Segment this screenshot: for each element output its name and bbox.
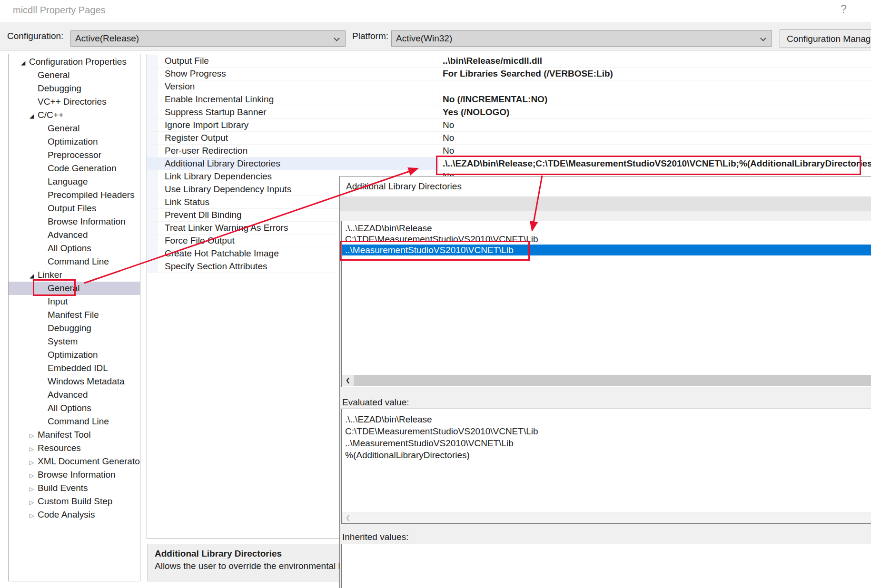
tree-item[interactable]: General	[9, 122, 140, 135]
property-value[interactable]: .\..\EZAD\bin\Release;C:\TDE\Measurement…	[439, 157, 871, 170]
tree-item[interactable]: Debugging	[9, 322, 140, 335]
tree-item[interactable]: Advanced	[9, 228, 140, 242]
evaluated-value-label: Evaluated value:	[342, 396, 409, 409]
property-row[interactable]: Per-user Redirection No	[147, 145, 871, 157]
property-row[interactable]: Ignore Import Library No	[147, 119, 871, 132]
tree-item[interactable]: All Options	[9, 402, 140, 415]
directory-list-item[interactable]: .\..\EZAD\bin\Release	[342, 223, 871, 234]
tree-item-label: System	[48, 336, 78, 346]
tree-item[interactable]: ◢Configuration Properties	[9, 55, 140, 69]
inherited-values-box[interactable]	[341, 544, 871, 588]
property-row[interactable]: Output File ..\bin\Release/micdll.dll	[147, 55, 871, 68]
property-value[interactable]: No	[439, 145, 871, 157]
tree-item[interactable]: Input	[9, 295, 140, 308]
property-value[interactable]	[439, 80, 871, 93]
property-row[interactable]: Version	[147, 80, 871, 93]
tree-item[interactable]: Manifest File	[9, 308, 140, 322]
directory-list: .\..\EZAD\bin\ReleaseC:\TDE\MeasurementS…	[341, 221, 871, 387]
tree-item[interactable]: Language	[9, 175, 140, 188]
tree-item-label: Code Generation	[48, 163, 117, 173]
property-name: Per-user Redirection	[158, 145, 439, 157]
tree-expander-icon[interactable]: ◢	[21, 56, 29, 69]
tree-item-label: Preprocessor	[48, 150, 101, 160]
tree-item[interactable]: Embedded IDL	[9, 362, 140, 375]
property-row[interactable]: Additional Library Directories .\..\EZAD…	[147, 157, 871, 170]
tree-item[interactable]: ▷Build Events	[9, 481, 140, 495]
tree-item[interactable]: ▷Manifest Tool	[9, 428, 140, 441]
directory-list-item[interactable]: C:\TDE\MeasurementStudioVS2010\VCNET\Lib	[342, 234, 871, 245]
tree-item[interactable]: VC++ Directories	[9, 95, 140, 108]
tree-item[interactable]: ▷XML Document Generator	[9, 455, 140, 468]
tree-item[interactable]: General	[9, 69, 140, 82]
configuration-value: Active(Release)	[75, 33, 139, 43]
tree-item[interactable]: System	[9, 335, 140, 348]
tree-item-label: Manifest File	[48, 310, 99, 320]
evaluated-value-line: .\..\EZAD\bin\Release	[345, 413, 871, 425]
tree-item-label: All Options	[48, 403, 91, 413]
evaluated-horizontal-scrollbar[interactable]: ❮	[342, 512, 871, 523]
tree-item-label: Browse Information	[48, 216, 126, 226]
row-gutter	[147, 68, 158, 80]
scroll-left-icon[interactable]: ❮	[342, 375, 354, 386]
tree-item[interactable]: Advanced	[9, 388, 140, 402]
tree-item[interactable]: All Options	[9, 242, 140, 255]
tree-expander-icon[interactable]: ◢	[30, 109, 38, 123]
row-gutter	[147, 196, 158, 208]
property-value[interactable]: No	[439, 119, 871, 131]
tree-item[interactable]: Optimization	[9, 135, 140, 148]
tree-item-label: General	[48, 283, 80, 293]
tree-item-label: Linker	[38, 270, 62, 280]
property-row[interactable]: Register Output No	[147, 132, 871, 145]
property-row[interactable]: Show Progress For Libraries Searched (/V…	[147, 68, 871, 80]
property-name: Register Output	[158, 132, 439, 144]
tree-expander-icon[interactable]: ◢	[30, 269, 38, 283]
tree-item[interactable]: ▷Resources	[9, 441, 140, 455]
tree-item[interactable]: ▷Custom Build Step	[9, 495, 140, 508]
directory-list-item[interactable]: ..\MeasurementStudioVS2010\VCNET\Lib	[342, 245, 871, 255]
property-value[interactable]: For Libraries Searched (/VERBOSE:Lib)	[439, 68, 871, 80]
property-value[interactable]: No	[439, 132, 871, 144]
scrollbar-track[interactable]	[354, 375, 871, 386]
row-gutter	[147, 170, 158, 183]
list-horizontal-scrollbar[interactable]: ❮	[342, 375, 871, 386]
configuration-manager-button[interactable]: Configuration Manager...	[780, 29, 871, 48]
tree-item[interactable]: Windows Metadata	[9, 375, 140, 388]
tree-item[interactable]: Precompiled Headers	[9, 188, 140, 202]
tree-expander-icon[interactable]: ▷	[30, 456, 38, 469]
evaluated-value-line: %(AdditionalLibraryDirectories)	[345, 449, 871, 461]
evaluated-value-line: C:\TDE\MeasurementStudioVS2010\VCNET\Lib	[345, 425, 871, 437]
property-value[interactable]: ..\bin\Release/micdll.dll	[439, 55, 871, 67]
tree-expander-icon[interactable]: ▷	[30, 509, 38, 522]
tree-expander-icon[interactable]: ▷	[30, 429, 38, 442]
tree-item[interactable]: Output Files	[9, 202, 140, 215]
tree-item[interactable]: Command Line	[9, 415, 140, 428]
tree-item[interactable]: Debugging	[9, 82, 140, 95]
configuration-toolbar: Configuration: Active(Release) Platform:…	[0, 22, 871, 51]
scroll-left-icon[interactable]: ❮	[342, 512, 354, 523]
property-value[interactable]: Yes (/NOLOGO)	[439, 106, 871, 118]
tree-item[interactable]: ▷Code Analysis	[9, 508, 140, 521]
tree-item[interactable]: Preprocessor	[9, 148, 140, 162]
tree-expander-icon[interactable]: ▷	[30, 496, 38, 509]
tree-item[interactable]: ◢C/C++	[9, 108, 140, 122]
platform-dropdown[interactable]: Active(Win32)	[391, 30, 772, 47]
tree-item-label: Windows Metadata	[48, 376, 125, 386]
tree-item-label: Configuration Properties	[29, 57, 127, 67]
tree-expander-icon[interactable]: ▷	[30, 442, 38, 456]
property-value[interactable]: No (/INCREMENTAL:NO)	[439, 93, 871, 106]
additional-library-directories-dialog: Additional Library Directories .\..\EZAD…	[339, 176, 871, 588]
tree-item[interactable]: Optimization	[9, 348, 140, 362]
property-row[interactable]: Enable Incremental Linking No (/INCREMEN…	[147, 93, 871, 106]
tree-expander-icon[interactable]: ▷	[30, 482, 38, 496]
tree-item[interactable]: General	[9, 282, 140, 295]
tree-item[interactable]: ▷Browse Information	[9, 468, 140, 481]
help-icon[interactable]: ?	[841, 3, 847, 16]
tree-item[interactable]: Code Generation	[9, 162, 140, 175]
row-gutter	[147, 247, 158, 260]
tree-item[interactable]: Browse Information	[9, 215, 140, 228]
property-row[interactable]: Suppress Startup Banner Yes (/NOLOGO)	[147, 106, 871, 119]
tree-expander-icon[interactable]: ▷	[30, 469, 38, 482]
tree-item[interactable]: ◢Linker	[9, 268, 140, 282]
configuration-dropdown[interactable]: Active(Release)	[70, 30, 346, 47]
tree-item[interactable]: Command Line	[9, 255, 140, 268]
